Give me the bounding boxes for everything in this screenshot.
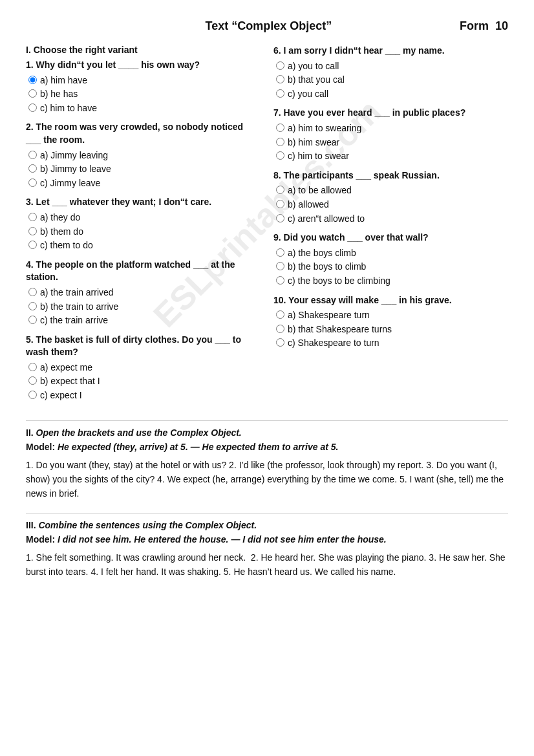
radio-3b[interactable] (28, 227, 37, 235)
option-6b[interactable]: b) that you cal (273, 74, 508, 87)
radio-10b[interactable] (276, 325, 284, 333)
option-9a[interactable]: a) the boys climb (273, 247, 508, 260)
radio-1c[interactable] (28, 103, 37, 112)
option-1c[interactable]: c) him to have (26, 102, 261, 115)
radio-8a[interactable] (276, 186, 284, 194)
radio-9c[interactable] (276, 276, 284, 285)
radio-8b[interactable] (276, 200, 284, 208)
question-4-text: 4. The people on the platform watched __… (26, 259, 261, 284)
option-2b[interactable]: b) Jimmy to leave (26, 163, 261, 176)
option-9c[interactable]: c) the boys to be climbing (273, 275, 508, 288)
section-ii-model-text: He expected (they, arrive) at 5. — He ex… (58, 442, 338, 452)
section-iii-model: Model: I did not see him. He entered the… (26, 533, 508, 546)
option-5c[interactable]: c) expect I (26, 389, 261, 402)
section-ii-model: Model: He expected (they, arrive) at 5. … (26, 440, 508, 454)
radio-9b[interactable] (276, 262, 284, 270)
radio-10c[interactable] (276, 338, 284, 347)
option-6c[interactable]: c) you call (273, 88, 508, 101)
question-2: 2. The room was very crowded, so nobody … (26, 121, 261, 189)
option-9b-label: b) the boys to climb (288, 261, 366, 274)
radio-7b[interactable] (276, 138, 284, 146)
section-iii: III. Combine the sentences using the Com… (26, 520, 508, 579)
option-9b[interactable]: b) the boys to climb (273, 261, 508, 274)
option-8a[interactable]: a) to be allowed (273, 184, 508, 197)
option-10a[interactable]: a) Shakespeare turn (273, 309, 508, 322)
question-9: 9. Did you watch ___ over that wall? a) … (273, 232, 508, 287)
section-ii-exercise: 1. Do you want (they, stay) at the hotel… (26, 458, 508, 501)
option-2a[interactable]: a) Jimmy leaving (26, 149, 261, 162)
section-divider-2 (26, 513, 508, 513)
question-5: 5. The basket is full of dirty clothes. … (26, 334, 261, 402)
radio-10a[interactable] (276, 310, 284, 319)
option-3b[interactable]: b) them do (26, 226, 261, 239)
option-8c[interactable]: c) aren“t allowed to (273, 213, 508, 226)
radio-4c[interactable] (28, 316, 37, 324)
radio-5b[interactable] (28, 376, 37, 385)
form-label: Form 10 (460, 19, 508, 33)
option-6a[interactable]: a) you to call (273, 60, 508, 73)
section-ii: II. Open the brackets and use the Comple… (26, 427, 508, 501)
radio-3c[interactable] (28, 241, 37, 249)
radio-5a[interactable] (28, 363, 37, 371)
question-2-text: 2. The room was very crowded, so nobody … (26, 121, 261, 146)
option-7b-label: b) him swear (288, 136, 339, 149)
question-7-text: 7. Have you ever heard ___ in public pla… (273, 107, 508, 120)
right-column: 6. I am sorry I didn“t hear ___ my name.… (273, 45, 508, 409)
option-7c[interactable]: c) him to swear (273, 150, 508, 163)
option-4b[interactable]: b) the train to arrive (26, 301, 261, 314)
option-2b-label: b) Jimmy to leave (40, 163, 111, 176)
question-3: 3. Let ___ whatever they want; I don“t c… (26, 196, 261, 252)
option-2c[interactable]: c) Jimmy leave (26, 177, 261, 190)
option-5b-label: b) expect that I (40, 375, 100, 388)
section-divider-1 (26, 420, 508, 421)
radio-9a[interactable] (276, 248, 284, 257)
main-content: I. Choose the right variant 1. Why didn“… (26, 45, 508, 409)
option-4c[interactable]: c) the train arrive (26, 314, 261, 327)
question-8-text: 8. The participants ___ speak Russian. (273, 169, 508, 182)
option-7a[interactable]: a) him to swearing (273, 122, 508, 135)
option-4c-label: c) the train arrive (40, 314, 108, 327)
option-8b[interactable]: b) allowed (273, 199, 508, 211)
option-8a-label: a) to be allowed (288, 184, 352, 197)
page-title: Text “Complex Object” (78, 19, 460, 33)
radio-8c[interactable] (276, 214, 284, 222)
option-9c-label: c) the boys to be climbing (288, 275, 390, 288)
option-8c-label: c) aren“t allowed to (288, 213, 365, 226)
radio-2b[interactable] (28, 164, 37, 173)
option-10c[interactable]: c) Shakespeare to turn (273, 337, 508, 350)
section-iii-model-text: I did not see him. He entered the house. (58, 534, 229, 545)
option-1a-label: a) him have (40, 74, 87, 87)
radio-3a[interactable] (28, 213, 37, 221)
question-3-text: 3. Let ___ whatever they want; I don“t c… (26, 196, 261, 209)
option-5a[interactable]: a) expect me (26, 362, 261, 374)
radio-7c[interactable] (276, 151, 284, 160)
option-5b[interactable]: b) expect that I (26, 375, 261, 388)
question-6-text: 6. I am sorry I didn“t hear ___ my name. (273, 45, 508, 58)
section-iii-label: III. Combine the sentences using the Com… (26, 520, 508, 530)
option-1b[interactable]: b) he has (26, 88, 261, 101)
option-2c-label: c) Jimmy leave (40, 177, 100, 190)
radio-1a[interactable] (28, 76, 37, 84)
question-8: 8. The participants ___ speak Russian. a… (273, 169, 508, 225)
radio-4b[interactable] (28, 302, 37, 310)
section-ii-label: II. Open the brackets and use the Comple… (26, 427, 508, 438)
option-10b[interactable]: b) that Shakespeare turns (273, 323, 508, 336)
radio-6c[interactable] (276, 89, 284, 98)
option-3c[interactable]: c) them to do (26, 239, 261, 252)
question-10-text: 10. Your essay will make ___ in his grav… (273, 294, 508, 307)
option-3a[interactable]: a) they do (26, 211, 261, 224)
option-4a[interactable]: a) the train arrived (26, 286, 261, 299)
radio-6a[interactable] (276, 61, 284, 70)
option-1a[interactable]: a) him have (26, 74, 261, 87)
radio-7a[interactable] (276, 124, 284, 132)
option-3c-label: c) them to do (40, 239, 93, 252)
option-7b[interactable]: b) him swear (273, 136, 508, 149)
radio-6b[interactable] (276, 75, 284, 83)
radio-4a[interactable] (28, 288, 37, 296)
radio-2a[interactable] (28, 151, 37, 159)
radio-1b[interactable] (28, 89, 37, 98)
option-7c-label: c) him to swear (288, 150, 349, 163)
radio-2c[interactable] (28, 178, 37, 187)
radio-5c[interactable] (28, 391, 37, 399)
option-6c-label: c) you call (288, 88, 328, 101)
